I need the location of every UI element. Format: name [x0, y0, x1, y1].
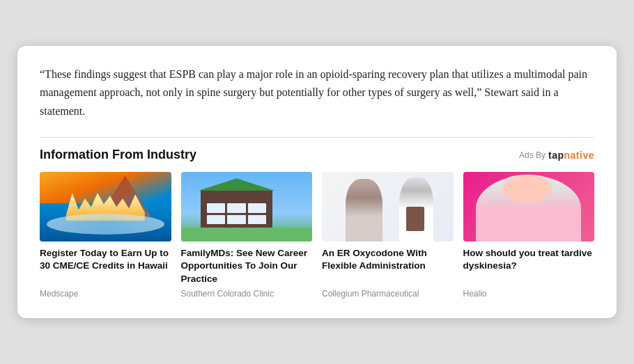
ad-card-2[interactable]: FamilyMDs: See New Career Opportunities … — [181, 172, 313, 299]
ad-image-1 — [40, 172, 171, 242]
person1-shape — [346, 179, 382, 242]
section-divider — [40, 137, 594, 138]
ad-image-4 — [463, 172, 595, 242]
ad-card-1[interactable]: Register Today to Earn Up to 30 CME/CE C… — [40, 172, 171, 299]
ad-title-2: FamilyMDs: See New Career Opportunities … — [181, 247, 313, 285]
ads-by-container: Ads By tapnative — [519, 150, 594, 161]
ad-source-3: Collegium Pharmaceutical — [322, 289, 454, 299]
ads-by-label: Ads By — [519, 150, 546, 160]
ad-card-3[interactable]: An ER Oxycodone With Flexible Administra… — [322, 172, 454, 299]
ad-image-2 — [181, 172, 313, 242]
tapnative-logo: tapnative — [548, 150, 594, 161]
windows-shape — [207, 203, 266, 224]
ad-source-1: Medscape — [40, 289, 171, 299]
grass-shape — [181, 228, 313, 242]
ad-title-4: How should you treat tardive dyskinesia? — [463, 247, 595, 272]
ad-source-2: Southern Colorado Clinic — [181, 289, 313, 299]
article-body: “These findings suggest that ESPB can pl… — [40, 68, 587, 117]
ads-section-title: Information From Industry — [40, 148, 196, 162]
ad-title-1: Register Today to Earn Up to 30 CME/CE C… — [40, 247, 171, 272]
clipboard-shape — [406, 207, 424, 231]
ad-source-4: Healio — [463, 289, 595, 299]
ads-header: Information From Industry Ads By tapnati… — [40, 148, 594, 162]
elderly-head-shape — [502, 175, 552, 202]
roof-shape — [198, 178, 275, 191]
ad-title-3: An ER Oxycodone With Flexible Administra… — [322, 247, 454, 272]
main-card: “These findings suggest that ESPB can pl… — [17, 46, 617, 318]
article-text: “These findings suggest that ESPB can pl… — [40, 65, 594, 120]
ad-image-3 — [322, 172, 454, 242]
ad-card-4[interactable]: How should you treat tardive dyskinesia?… — [463, 172, 595, 299]
ads-grid: Register Today to Earn Up to 30 CME/CE C… — [40, 172, 594, 299]
